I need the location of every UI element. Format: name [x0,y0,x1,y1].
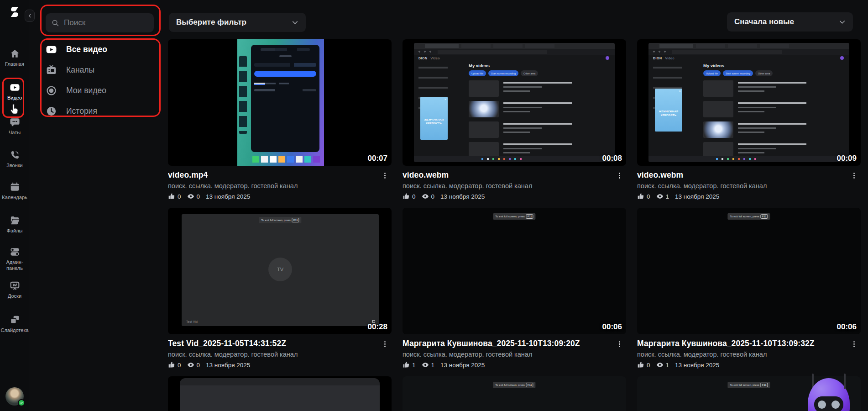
menu-item-label: Мои видео [66,86,106,95]
video-card[interactable]: To exit full screen, press F11 00:06 Мар… [403,208,626,376]
video-thumbnail[interactable] [168,376,392,411]
thumb-image: DIONVideo ЖЕМЧУЖНАЯ КРЕПОСТЬ× My videos … [648,43,849,162]
check-icon [20,401,23,405]
video-thumbnail[interactable]: DIONVideo ЖЕМЧУЖНАЯ КРЕПОСТЬ× My videos … [403,39,626,166]
user-avatar[interactable] [5,387,24,406]
video-thumbnail[interactable]: To exit full screen, press F11 00:06 [403,208,626,334]
calls-icon [10,150,20,160]
kebab-menu-icon[interactable] [850,172,858,179]
thumb-image: To exit full screen, press F11 TV Test V… [182,214,379,326]
bot-head [808,378,850,411]
video-tags: поиск. ссылка. модератор. гостевой канал [168,351,392,358]
views-icon [422,193,429,200]
video-date: 13 ноября 2025 [206,193,250,200]
app-logo[interactable] [7,4,22,20]
video-card[interactable] [168,376,392,411]
sidebar-item-video[interactable]: Видео [0,82,29,101]
assistant-bot-button[interactable] [808,374,850,411]
video-tags: поиск. ссылка. модератор. гостевой канал [168,182,392,190]
video-date: 13 ноября 2025 [675,362,719,369]
sidebar-item-label: Слайдотека [0,327,28,333]
kebab-menu-icon[interactable] [616,172,623,179]
likes-count: 0 [647,193,650,200]
search-box[interactable] [46,13,154,32]
kebab-menu-icon[interactable] [381,340,389,348]
menu-item-channels[interactable]: Каналы [46,60,160,80]
decor-dock [252,156,322,163]
menu-item-all-videos[interactable]: Все видео [46,39,160,60]
thumb-app-name: DIONVideo [653,57,675,60]
views-count: 0 [431,193,435,200]
thumb-heading: My videos [469,63,490,68]
sidebar-item-chaty[interactable]: Чаты [0,117,29,136]
key-badge: F11 [526,383,533,387]
views-count: 1 [666,193,669,200]
thumb-caption: Test Vid [186,320,198,323]
video-card[interactable]: To exit full screen, press F11 00:06 Мар… [637,208,861,376]
menu-item-history[interactable]: История [46,101,160,121]
filter-select[interactable]: Выберите фильтр [169,13,306,32]
video-thumbnail[interactable]: 00:07 [168,39,392,166]
sidebar-item-doski[interactable]: Доски [0,280,29,299]
video-nav-menu: Все видео Каналы Мои видео История [46,39,160,121]
fullscreen-banner: To exit full screen, press F11 [727,382,770,388]
decor [279,55,292,57]
sidebar-item-slaidoteka[interactable]: Слайдотека [0,315,29,333]
video-thumbnail[interactable]: To exit full screen, press F11 00:06 [637,208,861,334]
decor-browser-tabs [648,43,849,49]
video-card[interactable]: 00:07 video.mp4 поиск. ссылка. модератор… [168,39,392,208]
kebab-menu-icon[interactable] [616,340,623,348]
sidebar-item-admin-panel[interactable]: Админ-панель [0,247,29,271]
slides-icon [10,315,20,325]
likes-icon [403,361,410,369]
duration-badge: 00:07 [368,154,387,163]
video-card[interactable]: DIONVideo ЖЕМЧУЖНАЯ КРЕПОСТЬ× My videos … [403,39,626,208]
video-date: 13 ноября 2025 [675,193,719,200]
views-icon [422,361,429,369]
decor-browser-tabs [414,43,615,49]
menu-item-my-videos[interactable]: Мои видео [46,80,160,101]
video-thumbnail[interactable]: To exit full screen, press F11 [403,376,626,411]
thumb-heading: My videos [703,63,724,68]
decor-other-button: Other area [755,70,773,76]
video-card[interactable]: To exit full screen, press F11 [403,376,626,411]
views-count: 0 [197,362,200,369]
collapse-sidebar-button[interactable] [25,10,35,22]
sort-select[interactable]: Сначала новые [727,12,853,32]
search-input[interactable] [64,18,148,27]
bot-eye [831,400,840,409]
decor-browser-urlbar [414,49,615,55]
sidebar-item-label: Главная [5,61,24,67]
video-card[interactable]: To exit full screen, press F11 TV Test V… [168,208,392,376]
sidebar-item-kalendar[interactable]: Календарь [0,182,29,200]
decor-app-strip [239,56,247,134]
video-stats: 0 1 13 ноября 2025 [637,361,861,369]
tv-avatar-circle: TV [268,257,292,281]
video-tags: поиск. ссылка. модератор. гостевой канал [403,182,626,190]
sidebar-item-faily[interactable]: Файлы [0,215,29,234]
views-icon [656,361,664,369]
video-title: Маргарита Кувшинова_2025-11-10T13:09:32Z [637,339,815,348]
decor-avatar-dot [840,56,844,60]
video-title: Маргарита Кувшинова_2025-11-10T13:09:20Z [403,339,580,348]
kebab-menu-icon[interactable] [381,172,389,179]
menu-item-label: Все видео [66,45,107,54]
decor-record-button: Start screen recording [488,70,518,76]
menu-item-label: Каналы [66,65,94,75]
duration-badge: 00:06 [602,322,622,332]
video-card[interactable]: DIONVideo ЖЕМЧУЖНАЯ КРЕПОСТЬ× My videos … [637,39,861,208]
decor-phone-panel [251,45,319,152]
sort-select-value: Сначала новые [734,17,794,26]
sidebar-item-glavnaya[interactable]: Главная [0,48,29,67]
kebab-menu-icon[interactable] [850,340,858,348]
admin-icon [10,247,20,257]
decor-avatar-dot [606,56,609,60]
chevron-down-icon [838,18,847,26]
decor-buttons-row: Upload file Start screen recording Other… [703,70,773,76]
sidebar-item-zvonki[interactable]: Звонки [0,150,29,169]
close-icon: × [444,97,446,101]
duration-badge: 00:08 [602,154,622,163]
video-thumbnail[interactable]: To exit full screen, press F11 TV Test V… [168,208,392,334]
likes-icon [403,193,410,200]
video-thumbnail[interactable]: DIONVideo ЖЕМЧУЖНАЯ КРЕПОСТЬ× My videos … [637,39,861,166]
